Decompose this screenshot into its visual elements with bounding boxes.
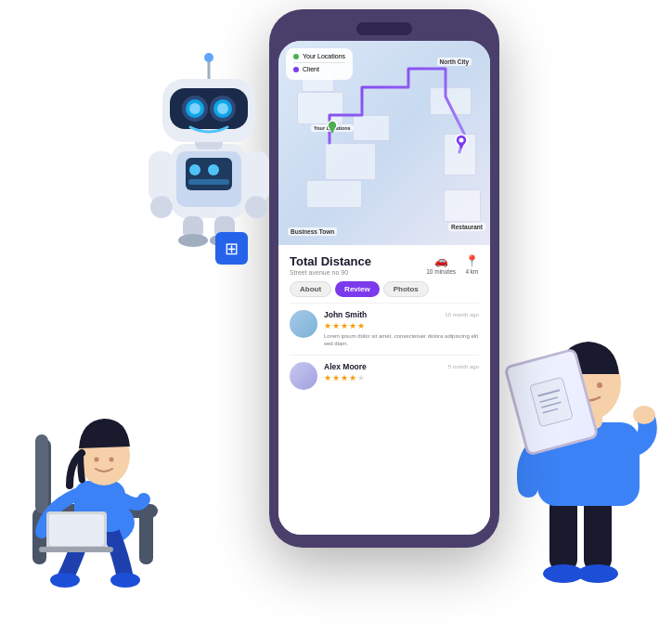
tab-photos[interactable]: Photos xyxy=(383,281,429,297)
tab-about[interactable]: About xyxy=(290,281,331,297)
restaurant-pin xyxy=(455,134,468,154)
stars-2: ★★★★★ xyxy=(324,373,479,382)
map-area: Your Locations Client North City Your Lo… xyxy=(278,41,490,245)
client-legend-label: Client xyxy=(303,66,319,72)
restaurant-label: Restaurant xyxy=(448,223,485,231)
client-dot xyxy=(293,67,299,72)
car-icon: 🚗 xyxy=(434,254,448,267)
business-town-label: Business Town xyxy=(288,227,337,236)
robot-badge: ⊞ xyxy=(215,232,248,265)
svg-point-29 xyxy=(245,196,267,218)
svg-rect-16 xyxy=(39,547,113,552)
north-city-label: North City xyxy=(437,58,472,66)
pin-icon: 📍 xyxy=(465,254,479,267)
svg-point-56 xyxy=(597,382,602,388)
distance-left: Total Distance Street avenue no 90 xyxy=(290,254,371,276)
svg-point-51 xyxy=(577,564,618,583)
svg-rect-25 xyxy=(188,179,229,185)
svg-point-42 xyxy=(217,103,228,114)
svg-marker-1 xyxy=(330,128,335,134)
avatar-john-smith xyxy=(290,310,317,338)
avatar-alex-moore xyxy=(290,362,317,390)
review-header-1: John Smith 10 month ago xyxy=(324,310,479,319)
svg-point-24 xyxy=(208,164,219,175)
svg-point-23 xyxy=(189,164,200,175)
svg-point-41 xyxy=(189,103,200,114)
distance-row: Total Distance Street avenue no 90 🚗 10 … xyxy=(290,254,479,276)
svg-marker-4 xyxy=(459,144,464,149)
map-legend: Your Locations Client xyxy=(286,48,353,80)
review-header-2: Alex Moore 5 month ago xyxy=(324,362,479,371)
stars-1: ★★★★★ xyxy=(324,321,479,330)
time-stat: 🚗 10 minutes xyxy=(426,254,456,275)
svg-rect-45 xyxy=(167,302,168,303)
svg-rect-27 xyxy=(243,151,269,202)
svg-rect-7 xyxy=(139,509,153,564)
svg-point-44 xyxy=(204,53,213,62)
robot-figure xyxy=(144,51,274,246)
svg-point-11 xyxy=(50,573,80,588)
svg-rect-15 xyxy=(49,514,104,546)
svg-point-19 xyxy=(110,458,114,462)
tab-row: About Review Photos xyxy=(290,281,479,297)
svg-rect-49 xyxy=(584,497,612,571)
svg-point-3 xyxy=(459,138,464,143)
distance-value: 4 km xyxy=(465,268,478,275)
review-content-1: John Smith 10 month ago ★★★★★ Lorem ipsu… xyxy=(324,310,479,348)
review-time-1: 10 month ago xyxy=(445,312,479,317)
svg-point-12 xyxy=(110,573,140,588)
svg-rect-9 xyxy=(35,434,48,513)
review-item-2: Alex Moore 5 month ago ★★★★★ xyxy=(290,355,479,396)
distance-stat: 📍 4 km xyxy=(465,254,479,275)
legend-divider xyxy=(293,62,345,63)
review-content-2: Alex Moore 5 month ago ★★★★★ xyxy=(324,362,479,390)
phone-notch xyxy=(356,22,412,35)
review-time-2: 5 month ago xyxy=(448,364,479,369)
woman-figure xyxy=(19,346,195,588)
svg-rect-48 xyxy=(549,497,577,571)
svg-text:⊞: ⊞ xyxy=(225,239,239,258)
svg-point-28 xyxy=(150,196,173,218)
phone-screen: Your Locations Client North City Your Lo… xyxy=(278,41,490,535)
your-location-dot xyxy=(293,54,299,59)
info-panel: Total Distance Street avenue no 90 🚗 10 … xyxy=(278,245,490,535)
total-distance-title: Total Distance xyxy=(290,254,371,268)
tab-review[interactable]: Review xyxy=(335,281,380,297)
distance-stats: 🚗 10 minutes 📍 4 km xyxy=(426,254,479,275)
svg-point-18 xyxy=(95,458,99,462)
svg-rect-26 xyxy=(149,151,174,202)
review-text-1: Lorem ipsum dolor sit amet, consectetuer… xyxy=(324,332,479,348)
reviewer-name-1: John Smith xyxy=(324,310,367,319)
svg-point-32 xyxy=(178,234,208,247)
svg-rect-58 xyxy=(530,377,574,427)
your-location-legend-label: Your Locations xyxy=(303,53,345,59)
reviewer-name-2: Alex Moore xyxy=(324,362,367,371)
your-location-pin xyxy=(327,120,338,138)
svg-rect-36 xyxy=(170,88,248,129)
review-item-1: John Smith 10 month ago ★★★★★ Lorem ipsu… xyxy=(290,303,479,355)
phone-mockup: Your Locations Client North City Your Lo… xyxy=(269,9,499,548)
time-value: 10 minutes xyxy=(426,268,456,275)
svg-point-57 xyxy=(633,406,655,424)
street-address: Street avenue no 90 xyxy=(290,269,371,276)
